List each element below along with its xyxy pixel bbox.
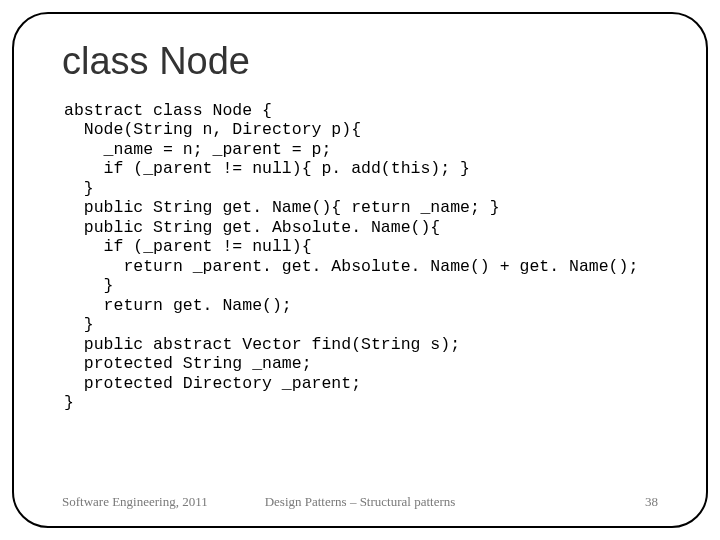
slide-title: class Node <box>62 40 666 83</box>
slide: class Node abstract class Node { Node(St… <box>0 0 720 540</box>
footer-right: 38 <box>645 494 658 510</box>
code-block: abstract class Node { Node(String n, Dir… <box>64 101 666 413</box>
slide-frame: class Node abstract class Node { Node(St… <box>12 12 708 528</box>
footer-center: Design Patterns – Structural patterns <box>14 494 706 510</box>
